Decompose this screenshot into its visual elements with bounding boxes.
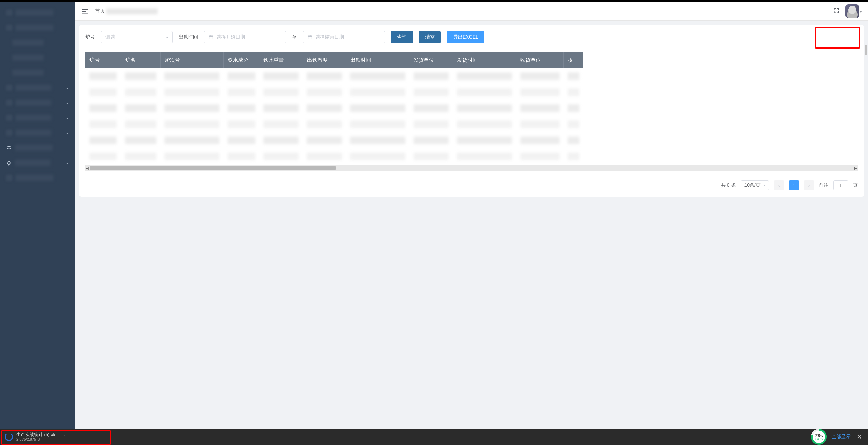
goto-suffix: 页 [853, 182, 858, 188]
sidebar-item-6[interactable] [0, 140, 75, 155]
chevron-down-icon: ⌄ [66, 130, 69, 135]
table-container: 炉号 炉名 炉次号 铁水成分 铁水重量 出铁温度 出铁时间 发货单位 发货时间 … [85, 52, 858, 171]
speed-meter[interactable]: 78% ↓ 0K/s [811, 429, 827, 445]
sidebar-item-4[interactable]: ⌄ [0, 110, 75, 125]
table-row[interactable] [85, 148, 583, 164]
breadcrumb-rest [106, 8, 158, 14]
sidebar-item-1[interactable] [0, 20, 75, 35]
sidebar-item-8[interactable] [0, 170, 75, 185]
furnace-select[interactable]: 请选 [101, 31, 173, 43]
breadcrumb-home[interactable]: 首页 [95, 8, 105, 14]
menu-icon [6, 10, 12, 16]
sidebar-label [12, 70, 44, 76]
download-bar: 生产实绩统计 (5).xls 2,875/2,875 B ⌃ 78% ↓ 0K/… [0, 429, 868, 445]
breadcrumb: 首页 [95, 8, 158, 14]
calendar-icon [208, 35, 214, 40]
menu-icon [6, 175, 12, 181]
sidebar-label [12, 40, 44, 46]
pagination: 共 0 条 10条/页 ‹ 1 › 前往 页 [85, 180, 858, 190]
sidebar-subitem-2[interactable] [0, 65, 75, 80]
fullscreen-button[interactable] [833, 7, 840, 16]
sidebar-label [16, 85, 51, 91]
menu-icon [6, 130, 12, 136]
show-all-downloads-button[interactable]: 全部显示 [831, 434, 851, 440]
chevron-down-icon: ⌄ [66, 160, 69, 165]
sidebar-label [16, 25, 53, 31]
clear-button[interactable]: 清空 [419, 31, 441, 43]
page-1-button[interactable]: 1 [789, 180, 799, 190]
sidebar-item-5[interactable]: ⌄ [0, 125, 75, 140]
annotation-highlight-export [815, 27, 860, 49]
horizontal-scrollbar[interactable]: ◀ ▶ [85, 165, 858, 171]
goto-page-input[interactable] [833, 180, 848, 190]
sidebar-label [12, 55, 44, 61]
th-temp: 出铁温度 [303, 52, 346, 68]
table-row[interactable] [85, 116, 583, 132]
menu-icon [6, 115, 12, 121]
sidebar-subitem-0[interactable] [0, 35, 75, 50]
th-ship-unit: 发货单位 [409, 52, 453, 68]
sidebar-item-3[interactable]: ⌄ [0, 95, 75, 110]
th-heat-no: 炉次号 [160, 52, 223, 68]
calendar-icon [307, 35, 313, 40]
sidebar-label [16, 115, 51, 121]
menu-icon [6, 100, 12, 106]
scrollbar-thumb[interactable] [90, 166, 336, 170]
sidebar: ⌄ ⌄ ⌄ ⌄ ⌄ [0, 2, 75, 429]
download-menu-caret[interactable]: ⌃ [60, 435, 69, 439]
total-text: 共 0 条 [721, 182, 736, 188]
sidebar-item-0[interactable] [0, 5, 75, 20]
chevron-down-icon: ⌄ [66, 100, 69, 105]
data-table: 炉号 炉名 炉次号 铁水成分 铁水重量 出铁温度 出铁时间 发货单位 发货时间 … [85, 52, 583, 164]
chevron-down-icon: ⌄ [66, 115, 69, 120]
start-date-input[interactable]: 选择开始日期 [204, 31, 286, 43]
sitemap-icon [6, 145, 12, 150]
topbar: 首页 ▾ [75, 2, 868, 21]
table-row[interactable] [85, 132, 583, 148]
table-header-row: 炉号 炉名 炉次号 铁水成分 铁水重量 出铁温度 出铁时间 发货单位 发货时间 … [85, 52, 583, 68]
sidebar-item-7[interactable]: ⌄ [0, 155, 75, 170]
table-row[interactable] [85, 100, 583, 116]
scrollbar-thumb[interactable] [865, 45, 867, 55]
th-ship-time: 发货时间 [453, 52, 516, 68]
goto-prefix: 前往 [819, 182, 828, 188]
sidebar-label [16, 130, 51, 136]
next-page-button[interactable]: › [804, 180, 814, 190]
menu-icon [6, 85, 12, 91]
sidebar-label [16, 100, 51, 106]
end-date-input[interactable]: 选择结束日期 [303, 31, 385, 43]
content: 炉号 请选 出铁时间 选择开始日期 至 选择结束日期 查询 清空 导出EXCEL [75, 21, 868, 429]
sidebar-label [15, 160, 50, 166]
th-recv-unit: 收货单位 [516, 52, 564, 68]
caret-down-icon: ▾ [860, 9, 862, 14]
page-size-select[interactable]: 10条/页 [741, 180, 769, 190]
chevron-down-icon: ⌄ [66, 85, 69, 90]
download-progress-icon [5, 433, 13, 441]
sidebar-subitem-1[interactable] [0, 50, 75, 65]
sidebar-item-2[interactable]: ⌄ [0, 80, 75, 95]
menu-icon [6, 25, 12, 31]
scroll-right-icon[interactable]: ▶ [854, 166, 857, 170]
to-label: 至 [292, 34, 297, 40]
export-excel-button[interactable]: 导出EXCEL [447, 31, 484, 43]
download-item[interactable]: 生产实绩统计 (5).xls 2,875/2,875 B ⌃ [5, 432, 76, 442]
target-icon [6, 160, 12, 166]
sidebar-label [15, 145, 53, 151]
collapse-sidebar-button[interactable] [81, 8, 89, 15]
avatar [845, 4, 859, 18]
th-furnace-no: 炉号 [85, 52, 121, 68]
separator [74, 432, 74, 442]
user-menu[interactable]: ▾ [845, 4, 862, 18]
furnace-label: 炉号 [85, 34, 95, 40]
scroll-left-icon[interactable]: ◀ [86, 166, 89, 170]
speed-rate: ↓ 0K/s [815, 438, 823, 441]
close-download-bar-button[interactable]: ✕ [855, 433, 863, 441]
th-furnace-name: 炉名 [121, 52, 160, 68]
th-composition: 铁水成分 [223, 52, 259, 68]
query-button[interactable]: 查询 [391, 31, 413, 43]
table-row[interactable] [85, 84, 583, 100]
table-row[interactable] [85, 68, 583, 84]
prev-page-button[interactable]: ‹ [774, 180, 784, 190]
th-weight: 铁水重量 [259, 52, 303, 68]
main-area: 首页 ▾ 炉号 请选 出铁时间 [75, 2, 868, 429]
